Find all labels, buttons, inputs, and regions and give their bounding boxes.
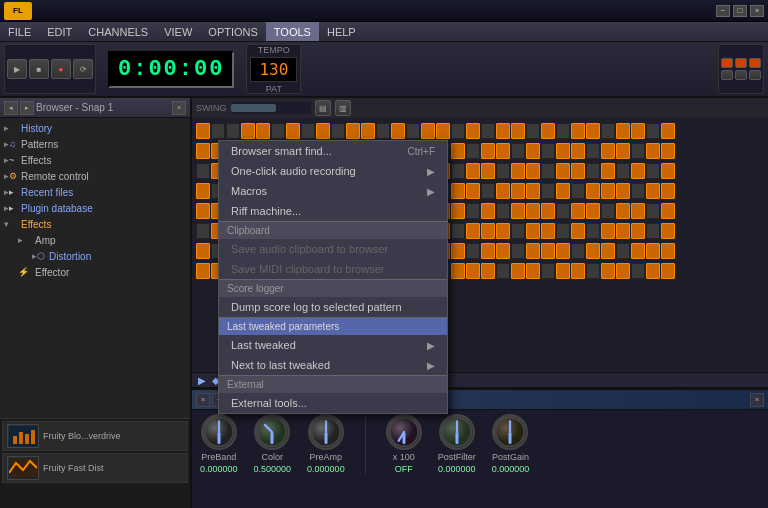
oneclick-audio-label: One-click audio recording	[231, 165, 356, 177]
main-area: ◂ ▸ Browser - Snap 1 × History ♫ Pattern…	[0, 98, 768, 508]
tempo-display[interactable]: 130	[250, 57, 297, 82]
time-display: 0:00:00	[108, 51, 234, 88]
last-tweaked-label: Last tweaked	[231, 339, 296, 351]
macros-arrow-icon: ▶	[427, 186, 435, 197]
tools-dropdown-menu: Browser smart find... Ctrl+F One-click a…	[218, 140, 448, 414]
tb6[interactable]	[749, 70, 761, 80]
tb4[interactable]	[721, 70, 733, 80]
score-logger-section-header: Score logger	[219, 280, 447, 297]
external-section-header: External	[219, 376, 447, 393]
last-tweaked-arrow-icon: ▶	[427, 340, 435, 351]
menu-bar: FILE EDIT CHANNELS VIEW OPTIONS TOOLS HE…	[0, 22, 768, 42]
play-button[interactable]: ▶	[7, 59, 27, 79]
menu-edit[interactable]: EDIT	[39, 22, 80, 41]
menu-save-midi-clipboard: Save MIDI clipboard to browser	[219, 259, 447, 279]
menu-last-tweaked[interactable]: Last tweaked ▶	[219, 335, 447, 355]
clipboard-section-header: Clipboard	[219, 222, 447, 239]
tb5[interactable]	[735, 70, 747, 80]
menu-channels[interactable]: CHANNELS	[80, 22, 156, 41]
fl-logo: FL	[4, 2, 32, 20]
title-controls: − □ ×	[716, 5, 764, 17]
menu-macros[interactable]: Macros ▶	[219, 181, 447, 201]
maximize-button[interactable]: □	[733, 5, 747, 17]
minimize-button[interactable]: −	[716, 5, 730, 17]
tempo-group: TEMPO 130 PAT	[246, 44, 301, 94]
oneclick-arrow-icon: ▶	[427, 166, 435, 177]
close-button[interactable]: ×	[750, 5, 764, 17]
menu-tools[interactable]: TOOLS	[266, 22, 319, 41]
dropdown-overlay[interactable]: Browser smart find... Ctrl+F One-click a…	[0, 98, 768, 508]
menu-oneclick-audio[interactable]: One-click audio recording ▶	[219, 161, 447, 181]
menu-file[interactable]: FILE	[0, 22, 39, 41]
external-tools-label: External tools...	[231, 397, 307, 409]
save-audio-clipboard-label: Save audio clipboard to browser	[231, 243, 388, 255]
browser-smart-find-label: Browser smart find...	[231, 145, 332, 157]
menu-browser-smart-find[interactable]: Browser smart find... Ctrl+F	[219, 141, 447, 161]
record-button[interactable]: ●	[51, 59, 71, 79]
menu-view[interactable]: VIEW	[156, 22, 200, 41]
loop-button[interactable]: ⟳	[73, 59, 93, 79]
menu-save-audio-clipboard: Save audio clipboard to browser	[219, 239, 447, 259]
menu-options[interactable]: OPTIONS	[200, 22, 266, 41]
stop-button[interactable]: ■	[29, 59, 49, 79]
playback-controls: ▶ ■ ● ⟳	[4, 44, 96, 94]
menu-external-tools[interactable]: External tools...	[219, 393, 447, 413]
tb3[interactable]	[749, 58, 761, 68]
browser-smart-find-shortcut: Ctrl+F	[408, 146, 436, 157]
next-to-last-tweaked-arrow-icon: ▶	[427, 360, 435, 371]
menu-riff-machine[interactable]: Riff machine...	[219, 201, 447, 221]
riff-machine-label: Riff machine...	[231, 205, 301, 217]
dump-score-log-label: Dump score log to selected pattern	[231, 301, 402, 313]
title-bar: FL − □ ×	[0, 0, 768, 22]
menu-help[interactable]: HELP	[319, 22, 364, 41]
menu-next-to-last-tweaked[interactable]: Next to last tweaked ▶	[219, 355, 447, 375]
tb2[interactable]	[735, 58, 747, 68]
menu-dump-score-log[interactable]: Dump score log to selected pattern	[219, 297, 447, 317]
save-midi-clipboard-label: Save MIDI clipboard to browser	[231, 263, 384, 275]
last-tweaked-section-header: Last tweaked parameters	[219, 318, 447, 335]
right-toolbar	[718, 44, 764, 94]
tb1[interactable]	[721, 58, 733, 68]
toolbar: ▶ ■ ● ⟳ 0:00:00 TEMPO 130 PAT	[0, 42, 768, 98]
next-to-last-tweaked-label: Next to last tweaked	[231, 359, 330, 371]
macros-label: Macros	[231, 185, 267, 197]
